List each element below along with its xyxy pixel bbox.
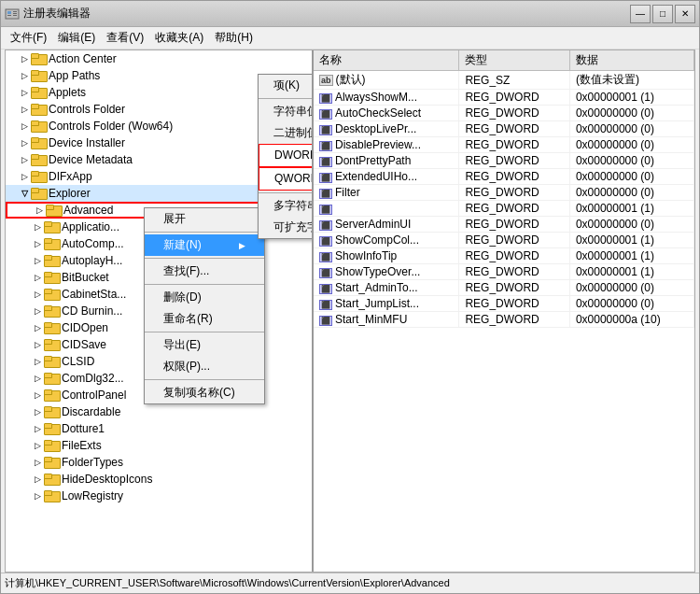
cell-name: ⬛Filter	[314, 185, 459, 201]
new-submenu[interactable]: 项(K) 字符串值(S) 二进制值(B) DWORD (32-位)值(D) QW…	[258, 74, 314, 239]
col-type: 类型	[459, 50, 569, 71]
dword-icon: ⬛	[319, 316, 332, 326]
cell-type: REG_DWORD	[459, 280, 569, 296]
table-row[interactable]: ⬛ServerAdminUI REG_DWORD 0x00000000 (0)	[314, 217, 694, 233]
table-row[interactable]: ⬛DesktopLivePr... REG_DWORD 0x00000000 (…	[314, 121, 694, 137]
status-text: 计算机\HKEY_CURRENT_USER\Software\Microsoft…	[5, 576, 450, 590]
cell-data: 0x00000000 (0)	[569, 217, 693, 233]
table-row[interactable]: ⬛Start_JumpList... REG_DWORD 0x00000000 …	[314, 296, 694, 312]
table-row[interactable]: ⬛AlwaysShowM... REG_DWORD 0x00000001 (1)	[314, 90, 694, 106]
cell-type: REG_DWORD	[459, 264, 569, 280]
cell-data: 0x00000000 (0)	[569, 185, 693, 201]
table-row[interactable]: ⬛Start_MinMFU REG_DWORD 0x0000000a (10)	[314, 312, 694, 328]
cell-data: 0x00000000 (0)	[569, 137, 693, 153]
menu-edit[interactable]: 编辑(E)	[52, 28, 101, 48]
cell-name: ⬛DisablePreview...	[314, 137, 459, 153]
menu-help[interactable]: 帮助(H)	[209, 28, 259, 48]
submenu-item-dword[interactable]: DWORD (32-位)值(D)	[259, 144, 314, 167]
cell-data: 0x00000000 (0)	[569, 106, 693, 121]
menu-view[interactable]: 查看(V)	[101, 28, 149, 48]
cell-data: 0x00000000 (0)	[569, 296, 693, 312]
separator	[145, 232, 264, 233]
cell-name: ⬛ExtendedUIHo...	[314, 169, 459, 185]
dword-icon: ⬛	[319, 157, 332, 167]
cell-name: ⬛DesktopLivePr...	[314, 121, 459, 137]
table-row[interactable]: ⬛DisablePreview... REG_DWORD 0x00000000 …	[314, 137, 694, 153]
svg-rect-5	[7, 15, 11, 16]
dword-icon: ⬛	[319, 268, 332, 278]
menu-favorites[interactable]: 收藏夹(A)	[149, 28, 209, 48]
context-menu-copy-key-name[interactable]: 复制项名称(C)	[145, 382, 264, 403]
dword-icon: ⬛	[319, 189, 332, 199]
cell-data: 0x00000001 (1)	[569, 201, 693, 217]
submenu-item-key[interactable]: 项(K)	[259, 75, 314, 96]
cell-name: ⬛AlwaysShowM...	[314, 90, 459, 106]
close-button[interactable]: ✕	[675, 5, 695, 23]
table-row[interactable]: ⬛ExtendedUIHo... REG_DWORD 0x00000000 (0…	[314, 169, 694, 185]
context-menu-new[interactable]: 新建(N) ▶	[145, 234, 264, 256]
registry-values-pane: 名称 类型 数据 ab(默认) REG_SZ (数值未设置) ⬛AlwaysSh…	[314, 50, 694, 572]
cell-type: REG_DWORD	[459, 185, 569, 201]
submenu-item-string[interactable]: 字符串值(S)	[259, 101, 314, 122]
window-title: 注册表编辑器	[23, 6, 630, 21]
submenu-item-expandable-string[interactable]: 可扩充字符串值(E)	[259, 217, 314, 238]
table-row[interactable]: ⬛Filter REG_DWORD 0x00000000 (0)	[314, 185, 694, 201]
maximize-button[interactable]: □	[652, 5, 673, 23]
col-data: 数据	[569, 50, 693, 71]
context-menu[interactable]: 展开 新建(N) ▶ 查找(F)... 删除(D) 重命名(R) 导出(E) 权…	[144, 207, 265, 404]
table-row[interactable]: ⬛AutoCheckSelect REG_DWORD 0x00000000 (0…	[314, 106, 694, 121]
context-menu-permissions[interactable]: 权限(P)...	[145, 356, 264, 377]
table-row[interactable]: ⬛DontPrettyPath REG_DWORD 0x00000000 (0)	[314, 153, 694, 169]
submenu-item-multi-string[interactable]: 多字符串值(M)	[259, 195, 314, 217]
cell-type: REG_DWORD	[459, 233, 569, 248]
table-row[interactable]: ⬛ShowCompCol... REG_DWORD 0x00000001 (1)	[314, 233, 694, 248]
new-label: 新建(N)	[163, 237, 202, 253]
context-menu-export[interactable]: 导出(E)	[145, 334, 264, 356]
submenu-item-binary[interactable]: 二进制值(B)	[259, 122, 314, 144]
cell-type: REG_DWORD	[459, 248, 569, 264]
cell-data: 0x00000000 (0)	[569, 169, 693, 185]
cell-name: ⬛Start_AdminTo...	[314, 280, 459, 296]
cell-type: REG_DWORD	[459, 312, 569, 328]
separator	[145, 379, 264, 380]
dword-icon: ⬛	[319, 141, 332, 151]
menu-file[interactable]: 文件(F)	[5, 28, 52, 48]
cell-name: ab(默认)	[314, 71, 459, 90]
cell-data: 0x00000000 (0)	[569, 121, 693, 137]
cell-data: 0x00000000 (0)	[569, 153, 693, 169]
table-row[interactable]: ⬛ REG_DWORD 0x00000001 (1)	[314, 201, 694, 217]
context-menu-find[interactable]: 查找(F)...	[145, 261, 264, 282]
cell-data: 0x00000001 (1)	[569, 264, 693, 280]
cell-name: ⬛ServerAdminUI	[314, 217, 459, 233]
submenu-item-qword[interactable]: QWORD (64 位)值(Q)	[259, 167, 314, 191]
main-content: ▷ Action Center ▷ App Paths ▷ Applets ▷ …	[5, 50, 695, 573]
cell-data: 0x0000000a (10)	[569, 312, 693, 328]
cell-data: 0x00000000 (0)	[569, 280, 693, 296]
cell-name: ⬛ShowInfoTip	[314, 248, 459, 264]
dword-icon: ⬛	[319, 205, 332, 215]
cell-type: REG_DWORD	[459, 90, 569, 106]
table-row[interactable]: ⬛ShowTypeOver... REG_DWORD 0x00000001 (1…	[314, 264, 694, 280]
minimize-button[interactable]: —	[630, 5, 651, 23]
context-menu-expand[interactable]: 展开	[145, 208, 264, 230]
cell-type: REG_SZ	[459, 71, 569, 90]
cell-type: REG_DWORD	[459, 137, 569, 153]
svg-rect-1	[7, 11, 11, 14]
cell-data: (数值未设置)	[569, 71, 693, 90]
cell-type: REG_DWORD	[459, 217, 569, 233]
registry-tree[interactable]: ▷ Action Center ▷ App Paths ▷ Applets ▷ …	[6, 50, 314, 572]
svg-rect-2	[13, 11, 17, 12]
context-menu-rename[interactable]: 重命名(R)	[145, 308, 264, 330]
separator	[259, 192, 314, 193]
col-name: 名称	[314, 50, 459, 71]
cell-type: REG_DWORD	[459, 169, 569, 185]
context-menu-delete[interactable]: 删除(D)	[145, 287, 264, 308]
registry-table: 名称 类型 数据 ab(默认) REG_SZ (数值未设置) ⬛AlwaysSh…	[314, 50, 694, 328]
table-row[interactable]: ab(默认) REG_SZ (数值未设置)	[314, 71, 694, 90]
cell-type: REG_DWORD	[459, 153, 569, 169]
cell-type: REG_DWORD	[459, 121, 569, 137]
svg-rect-4	[13, 15, 17, 16]
table-row[interactable]: ⬛Start_AdminTo... REG_DWORD 0x00000000 (…	[314, 280, 694, 296]
dword-icon: ⬛	[319, 125, 332, 135]
table-row[interactable]: ⬛ShowInfoTip REG_DWORD 0x00000001 (1)	[314, 248, 694, 264]
